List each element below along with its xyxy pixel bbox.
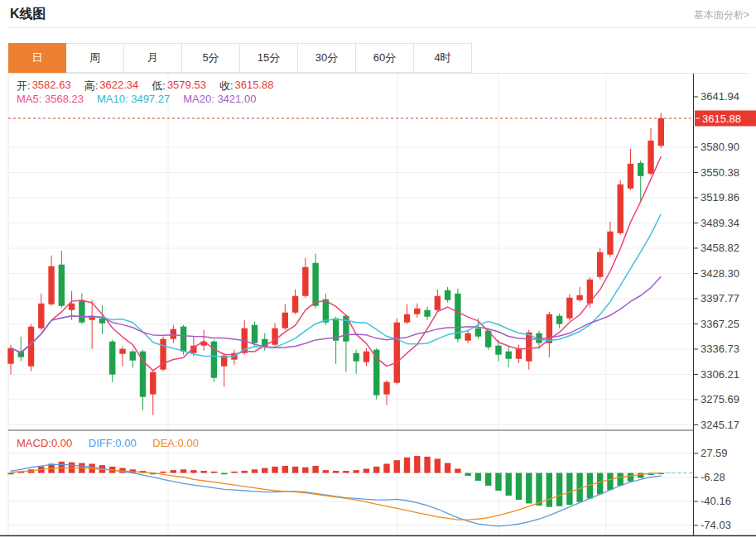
macd-bar xyxy=(566,473,572,506)
macd-bar xyxy=(181,469,186,472)
macd-bar xyxy=(282,466,288,473)
macd-bar xyxy=(343,471,349,473)
macd-bar xyxy=(373,467,379,473)
macd-bar xyxy=(475,473,481,481)
candle xyxy=(618,185,624,233)
macd-bar xyxy=(485,473,491,486)
macd-bar xyxy=(171,470,176,472)
candle xyxy=(171,329,176,339)
candle xyxy=(445,290,450,300)
candle xyxy=(272,328,277,345)
tab-4hour[interactable]: 4时 xyxy=(414,43,472,73)
macd-bar xyxy=(516,473,522,501)
candle xyxy=(79,300,84,323)
ohlc-legend: 开:3582.63 高:3622.34 低:3579.53 收:3615.88 xyxy=(17,79,274,93)
macd-bar xyxy=(495,473,501,491)
close-value: 3615.88 xyxy=(235,79,274,93)
candle xyxy=(99,319,105,324)
macd-bar xyxy=(7,473,13,475)
candle xyxy=(638,163,643,176)
candle xyxy=(302,267,308,296)
macd-bar xyxy=(292,467,298,473)
low-label: 低: xyxy=(152,79,166,93)
candle xyxy=(556,316,562,324)
macd-bar xyxy=(333,471,339,473)
tab-60min[interactable]: 60分 xyxy=(356,43,414,73)
candle xyxy=(364,352,369,362)
candle xyxy=(109,342,115,375)
candle xyxy=(383,382,389,395)
macd-bar xyxy=(262,468,267,473)
candle xyxy=(252,325,258,343)
candle xyxy=(495,346,501,355)
candle xyxy=(658,118,664,146)
svg-text:3397.77: 3397.77 xyxy=(701,292,739,304)
macd-bar xyxy=(383,463,389,472)
macd-bar xyxy=(424,457,430,473)
tab-30min[interactable]: 30分 xyxy=(298,43,356,73)
svg-text:3306.21: 3306.21 xyxy=(701,368,739,381)
svg-text:3641.94: 3641.94 xyxy=(701,90,739,103)
candle xyxy=(373,350,379,396)
svg-text:3245.17: 3245.17 xyxy=(701,419,739,431)
svg-text:3428.30: 3428.30 xyxy=(701,267,739,280)
candle xyxy=(435,296,441,310)
macd-bar xyxy=(547,473,552,507)
macd-bar xyxy=(231,472,237,473)
macd-bar xyxy=(323,470,329,472)
candle xyxy=(576,295,582,300)
candle xyxy=(292,296,298,313)
tab-5min[interactable]: 5分 xyxy=(182,43,240,73)
candle xyxy=(69,304,75,310)
candle xyxy=(506,352,512,359)
macd-bar xyxy=(628,473,633,482)
candle xyxy=(150,372,156,395)
candle xyxy=(353,353,359,362)
ma20-label: MA20: xyxy=(183,93,214,105)
macd-bar xyxy=(414,456,420,473)
macd-value: 0.00 xyxy=(51,437,72,449)
macd-bar xyxy=(607,473,613,491)
tab-15min[interactable]: 15分 xyxy=(240,43,298,73)
macd-bar xyxy=(190,470,196,472)
macd-legend: MACD:0.00 DIFF:0.00 DEA:0.00 xyxy=(17,437,199,449)
open-value: 3582.63 xyxy=(32,79,71,93)
candle xyxy=(424,310,430,317)
macd-bar xyxy=(252,469,258,472)
tab-week[interactable]: 周 xyxy=(66,43,124,73)
macd-bar xyxy=(455,468,460,472)
macd-bar xyxy=(618,473,624,486)
diff-label: DIFF: xyxy=(89,437,116,449)
svg-text:-40.16: -40.16 xyxy=(701,495,731,507)
svg-text:3336.73: 3336.73 xyxy=(701,343,739,355)
macd-bar xyxy=(302,467,308,473)
svg-text:27.59: 27.59 xyxy=(701,447,728,459)
svg-text:-74.03: -74.03 xyxy=(701,519,731,531)
svg-text:3489.34: 3489.34 xyxy=(701,217,739,229)
ma10-value: 3497.27 xyxy=(131,93,170,105)
svg-text:3550.38: 3550.38 xyxy=(701,166,739,179)
macd-bar xyxy=(526,473,532,504)
high-value: 3622.34 xyxy=(99,79,138,93)
macd-bar xyxy=(597,473,603,495)
candle xyxy=(38,304,44,328)
svg-text:3519.86: 3519.86 xyxy=(701,191,739,204)
svg-text:3580.90: 3580.90 xyxy=(701,141,739,153)
macd-bar xyxy=(556,473,562,506)
macd-bar xyxy=(364,468,369,472)
macd-bar xyxy=(465,473,470,476)
candle xyxy=(465,333,470,341)
candle xyxy=(475,328,481,337)
macd-bar xyxy=(160,472,166,473)
macd-bar xyxy=(506,473,512,496)
tab-day[interactable]: 日 xyxy=(8,43,66,73)
candle xyxy=(597,252,603,277)
candle xyxy=(312,263,318,306)
svg-text:3458.82: 3458.82 xyxy=(701,242,739,254)
candle xyxy=(59,265,65,306)
macd-bar xyxy=(221,473,227,475)
tab-month[interactable]: 月 xyxy=(124,43,182,73)
macd-bar xyxy=(312,466,318,473)
macd-bar xyxy=(445,463,450,473)
ma10-label: MA10: xyxy=(97,93,128,105)
